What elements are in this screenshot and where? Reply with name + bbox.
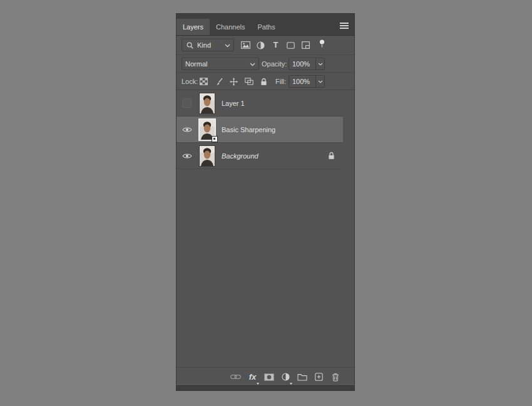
eye-icon	[182, 153, 192, 159]
smart-object-icon	[302, 41, 310, 49]
picture-icon	[241, 41, 250, 49]
new-group-button[interactable]	[297, 371, 307, 383]
layer-name: Basic Sharpening	[222, 126, 275, 133]
add-layer-mask-button[interactable]	[264, 371, 274, 383]
panel-bottom-edge	[176, 385, 354, 390]
opacity-value[interactable]: 100%	[289, 58, 315, 70]
new-adjustment-layer-button[interactable]	[281, 371, 290, 383]
layer-thumbnail[interactable]	[197, 93, 217, 114]
panel-menu-button[interactable]	[339, 21, 350, 30]
tab-channels[interactable]: Channels	[210, 19, 251, 35]
desktop-background: Layers Channels Paths Kind	[0, 0, 532, 406]
half-circle-icon	[282, 373, 290, 381]
layer-row-layer-1[interactable]: Layer 1	[176, 90, 343, 117]
shape-rect-icon	[287, 42, 295, 49]
layer-name: Background	[222, 152, 258, 160]
filter-smart-objects-button[interactable]	[301, 39, 310, 51]
layer-thumbnail[interactable]	[197, 145, 217, 167]
filter-pixel-layers-button[interactable]	[241, 39, 250, 51]
filter-adjustment-layers-button[interactable]	[256, 39, 265, 51]
lock-image-pixels-button[interactable]	[214, 76, 223, 87]
blend-mode-row: Normal Opacity: 100%	[176, 55, 354, 73]
portrait-thumbnail-image	[199, 93, 215, 114]
fx-icon: fx	[249, 372, 257, 382]
chevron-down-icon	[257, 383, 259, 385]
opacity-label: Opacity:	[262, 55, 287, 73]
half-circle-icon	[257, 41, 265, 49]
lock-all-button[interactable]	[259, 76, 269, 87]
layers-panel: Layers Channels Paths Kind	[176, 14, 354, 390]
fill-label: Fill:	[275, 73, 286, 90]
tab-layers[interactable]: Layers	[176, 19, 210, 35]
chevron-down-icon	[250, 60, 255, 68]
eye-hidden-well	[182, 98, 192, 108]
fill-input[interactable]: 100%	[289, 75, 325, 88]
chevron-down-icon	[318, 80, 323, 83]
layer-row-basic-sharpening[interactable]: Basic Sharpening	[176, 117, 343, 143]
trash-icon	[332, 373, 339, 382]
link-chain-icon	[230, 374, 241, 380]
blend-mode-dropdown[interactable]: Normal	[182, 58, 259, 70]
chevron-down-icon	[225, 41, 230, 49]
layer-row-background[interactable]: Background	[176, 143, 343, 169]
smart-filter-badge	[212, 136, 218, 142]
layer-lock-badge	[328, 152, 335, 160]
folder-icon	[297, 373, 307, 381]
eye-icon	[182, 127, 192, 133]
search-icon	[185, 39, 195, 51]
filter-type-layers-button[interactable]: T	[271, 39, 280, 51]
tab-paths[interactable]: Paths	[252, 19, 282, 35]
lock-row: Lock: Fill: 100%	[176, 73, 354, 90]
layers-list: Layer 1 Basic Sharpening	[176, 90, 354, 169]
layer-filter-row: Kind T	[176, 36, 354, 55]
panel-bottom-toolbar: fx	[176, 367, 354, 386]
layer-filter-toggle[interactable]	[317, 38, 327, 49]
link-layers-button[interactable]	[230, 371, 241, 383]
layer-thumbnail[interactable]	[197, 118, 217, 141]
visibility-toggle[interactable]	[176, 90, 197, 116]
lock-label: Lock:	[182, 73, 198, 90]
padlock-icon	[328, 152, 335, 160]
lock-transparent-pixels-button[interactable]	[199, 76, 208, 87]
fill-arrow-button[interactable]	[315, 76, 324, 87]
new-layer-plus-icon	[315, 373, 323, 381]
new-layer-button[interactable]	[314, 371, 324, 383]
toggle-pin-icon	[319, 39, 325, 49]
move-arrows-icon	[230, 78, 238, 86]
delete-layer-button[interactable]	[330, 371, 340, 383]
fill-value[interactable]: 100%	[289, 76, 315, 87]
filter-icon-group: T	[241, 39, 310, 51]
blend-mode-value: Normal	[185, 60, 247, 68]
lock-artboard-button[interactable]	[244, 76, 253, 87]
layer-name: Layer 1	[222, 100, 245, 107]
chevron-down-icon	[318, 63, 323, 66]
layer-mask-icon	[264, 373, 274, 381]
layer-style-button[interactable]: fx	[248, 371, 257, 383]
opacity-arrow-button[interactable]	[315, 58, 324, 70]
lock-position-button[interactable]	[229, 76, 238, 87]
kind-filter-value: Kind	[197, 41, 222, 49]
opacity-input[interactable]: 100%	[289, 58, 325, 70]
visibility-toggle[interactable]	[176, 117, 197, 142]
portrait-thumbnail-image	[199, 145, 215, 167]
kind-filter-dropdown[interactable]: Kind	[182, 39, 234, 51]
hamburger-icon	[340, 23, 349, 24]
lock-icon-group	[199, 73, 269, 90]
visibility-toggle[interactable]	[176, 143, 197, 169]
filter-shape-layers-button[interactable]	[286, 39, 295, 51]
panel-tab-bar: Layers Channels Paths	[176, 14, 354, 36]
chevron-down-icon	[290, 383, 292, 385]
checkerboard-icon	[200, 78, 208, 85]
padlock-icon	[260, 78, 267, 86]
brush-icon	[215, 78, 223, 86]
nested-frames-icon	[245, 78, 253, 85]
type-icon: T	[274, 41, 279, 49]
